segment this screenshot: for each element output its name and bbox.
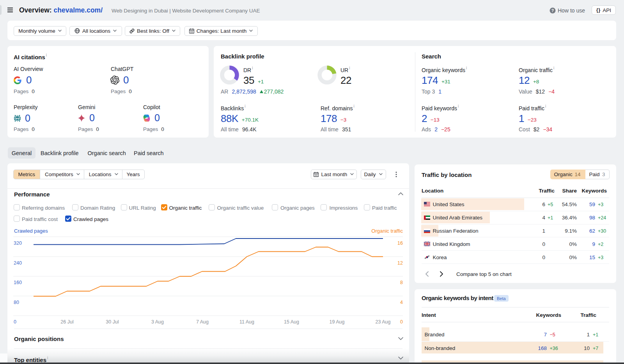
svg-text:11 Aug: 11 Aug <box>239 319 254 325</box>
svg-text:8: 8 <box>400 280 403 285</box>
svg-text:0: 0 <box>14 319 16 325</box>
svg-text:15 Aug: 15 Aug <box>284 319 299 325</box>
svg-text:320: 320 <box>14 240 22 246</box>
svg-text:4: 4 <box>400 300 403 305</box>
svg-text:?: ? <box>551 8 554 13</box>
svg-text:80: 80 <box>14 300 19 305</box>
svg-text:0: 0 <box>400 319 403 325</box>
svg-text:16: 16 <box>397 240 403 246</box>
svg-text:23 Aug: 23 Aug <box>376 319 391 325</box>
svg-text:240: 240 <box>14 260 22 266</box>
svg-text:26 Jul: 26 Jul <box>60 319 73 325</box>
svg-text:19 Aug: 19 Aug <box>330 319 345 325</box>
svg-text:7 Aug: 7 Aug <box>196 319 209 325</box>
svg-text:160: 160 <box>14 280 22 285</box>
svg-text:30 Jul: 30 Jul <box>106 319 119 325</box>
svg-text:12: 12 <box>397 260 403 266</box>
svg-text:3 Aug: 3 Aug <box>151 319 164 325</box>
